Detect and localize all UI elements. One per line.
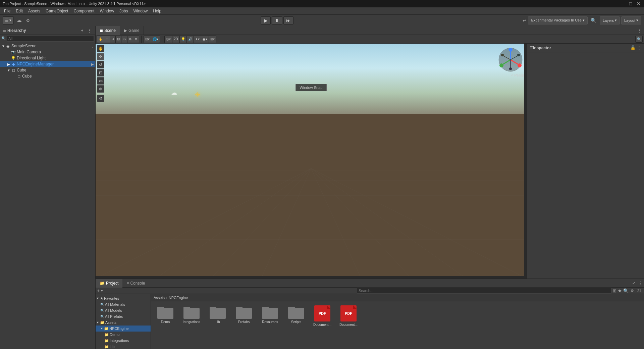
scale-overlay-btn[interactable]: ⊡ [97, 69, 104, 77]
console-tab[interactable]: ≡ Console [122, 279, 149, 288]
audio-btn[interactable]: 🔊 [187, 36, 194, 43]
pivot-btn[interactable]: ⊡▾ [144, 36, 151, 43]
scene-tab-more[interactable]: ⋮ [635, 26, 644, 35]
hierarchy-menu-icon[interactable]: ☰ [3, 28, 6, 33]
project-more-btn[interactable]: ⋮ [637, 281, 644, 286]
file-item-lib[interactable]: Lib [206, 304, 229, 328]
inspector-lock-button[interactable]: 🔓 [630, 45, 636, 50]
project-add-dropdown[interactable]: ▾ [101, 289, 103, 293]
ptree-all-prefabs[interactable]: 🔍 All Prefabs [96, 313, 151, 319]
file-item-prefabs[interactable]: Prefabs [232, 304, 256, 328]
rotate-tool[interactable]: ↺ [110, 36, 116, 43]
menu-assets[interactable]: Assets [25, 8, 43, 14]
ptree-npcengine[interactable]: ▼ 📁 NPCEngine [96, 326, 151, 332]
layout-button[interactable]: Layout ▾ [621, 16, 641, 24]
hierarchy-more-button[interactable]: ⋮ [87, 28, 93, 34]
play-button[interactable]: ▶ [261, 16, 271, 24]
scene-viewport[interactable]: ☀ ☁ Window Snap [96, 44, 527, 279]
2d-btn[interactable]: 2D [172, 36, 180, 43]
tree-item-samplescene[interactable]: ▼ ◉ SampleScene ⋮ [0, 43, 95, 49]
perspective-btn[interactable]: ◎▾ [165, 36, 172, 43]
tree-item-npcenginemanager[interactable]: ▶ ◆ NPCEngineManager ▶ [0, 61, 95, 67]
move-tool[interactable]: ✛ [104, 36, 110, 43]
ptree-demo[interactable]: 📁 Demo [96, 332, 151, 338]
file-item-doc1[interactable]: PDF Document... [311, 304, 334, 328]
minimize-button[interactable]: ─ [620, 1, 625, 6]
tree-item-cube-parent[interactable]: ▼ ◻ Cube [0, 67, 95, 73]
rect-overlay-btn[interactable]: ▭ [97, 77, 104, 85]
lighting-btn[interactable]: 💡 [180, 36, 187, 43]
tree-item-directional-light[interactable]: ▶ 💡 Directional Light [0, 55, 95, 61]
hand-overlay-btn[interactable]: ✋ [97, 45, 104, 52]
menu-window[interactable]: Window [97, 8, 117, 14]
pdf2-icon: PDF [340, 305, 357, 321]
ptree-lib[interactable]: 📁 Lib [96, 344, 151, 349]
experimental-packages-button[interactable]: Experimental Packages In Use ▾ [528, 16, 587, 24]
tree-item-main-camera[interactable]: ▶ 📷 Main Camera [0, 49, 95, 55]
history-icon[interactable]: ↩ [523, 18, 527, 23]
file-item-resources[interactable]: Resources [258, 304, 282, 328]
scene-tab[interactable]: ◼ Scene [96, 26, 120, 35]
project-icon-btn-1[interactable]: ⊞ [613, 288, 616, 293]
gizmos-btn[interactable]: ⊞▾ [209, 36, 216, 43]
file-item-demo[interactable]: Demo [154, 304, 177, 328]
menu-window2[interactable]: Window [131, 8, 151, 14]
npc-more-icon[interactable]: ▶ [91, 62, 94, 66]
hand-tool[interactable]: ✋ [97, 36, 104, 43]
menu-jobs[interactable]: Jobs [117, 8, 130, 14]
settings-icon[interactable]: ⚙ [24, 18, 32, 23]
fx-btn[interactable]: ✦▾ [194, 36, 201, 43]
toolbar-hamburger-btn[interactable]: ☰ ▾ [3, 16, 14, 24]
project-tab[interactable]: 📁 Project [96, 279, 122, 288]
project-icon-btn-3[interactable]: 🔍 [623, 288, 629, 293]
breadcrumb-assets[interactable]: Assets [154, 296, 165, 300]
transform-overlay-btn[interactable]: ⊕ [97, 85, 104, 93]
rotate-overlay-btn[interactable]: ↺ [97, 61, 104, 68]
menu-file[interactable]: File [1, 8, 13, 14]
ptree-assets[interactable]: ▼ 📁 Assets [96, 319, 151, 326]
project-fullscreen-btn[interactable]: ⤢ [631, 281, 637, 285]
scene-vscrollbar[interactable] [524, 44, 527, 276]
global-btn[interactable]: 🌐▾ [151, 36, 160, 43]
custom-overlay-btn[interactable]: ⚙ [97, 95, 104, 102]
menu-help[interactable]: Help [150, 8, 164, 14]
scale-tool[interactable]: ⊡ [116, 36, 121, 43]
ptree-all-models[interactable]: 🔍 All Models [96, 307, 151, 313]
project-icon-btn-4[interactable]: ⚙ [630, 289, 635, 293]
project-add-btn[interactable]: + [97, 288, 100, 293]
menu-component[interactable]: Component [71, 8, 97, 14]
breadcrumb-npcengine[interactable]: NPCEngine [169, 296, 188, 300]
ptree-all-materials[interactable]: 🔍 All Materials [96, 301, 151, 307]
menu-edit[interactable]: Edit [13, 8, 25, 14]
transform-tool[interactable]: ⊕ [127, 36, 133, 43]
ptree-integrations[interactable]: 📁 Integrations [96, 338, 151, 344]
scene-more-icon[interactable]: ⋮ [91, 44, 94, 48]
scene-gizmo[interactable] [497, 46, 524, 73]
ptree-favorites[interactable]: ▼ ★ Favorites [96, 295, 151, 301]
file-item-doc2[interactable]: PDF Document... [337, 304, 360, 328]
layers-button[interactable]: Layers ▾ [600, 16, 620, 24]
scene-hscrollbar[interactable] [96, 276, 527, 279]
hierarchy-add-button[interactable]: + [79, 28, 85, 34]
global-search-button[interactable]: 🔍 [589, 16, 598, 25]
rect-tool[interactable]: ▭ [121, 36, 127, 43]
hierarchy-search-input[interactable] [7, 36, 94, 42]
close-button[interactable]: ✕ [636, 1, 641, 6]
cloud-icon[interactable]: ☁ [15, 17, 23, 23]
game-tab[interactable]: ▶ Game [120, 26, 144, 35]
project-icon-btn-2[interactable]: ★ [618, 288, 622, 293]
inspector-menu-icon[interactable]: ☰ [530, 46, 533, 50]
menu-gameobject[interactable]: GameObject [43, 8, 71, 14]
pause-button[interactable]: ⏸ [272, 16, 282, 24]
custom-tool[interactable]: ⚙ [133, 36, 139, 43]
move-overlay-btn[interactable]: ✛ [97, 53, 104, 60]
file-item-scripts[interactable]: Scripts [284, 304, 308, 328]
tree-item-cube-child[interactable]: ▶ ◻ Cube [0, 73, 95, 79]
inspector-more-button[interactable]: ⋮ [637, 45, 641, 50]
maximize-button[interactable]: □ [628, 1, 633, 6]
hidden-btn[interactable]: ◉▾ [201, 36, 209, 43]
file-item-integrations[interactable]: Integrations [180, 304, 203, 328]
search-scene-btn[interactable]: 🔍 [635, 36, 643, 43]
step-button[interactable]: ⏭ [283, 16, 293, 24]
project-search-input[interactable] [357, 288, 611, 294]
